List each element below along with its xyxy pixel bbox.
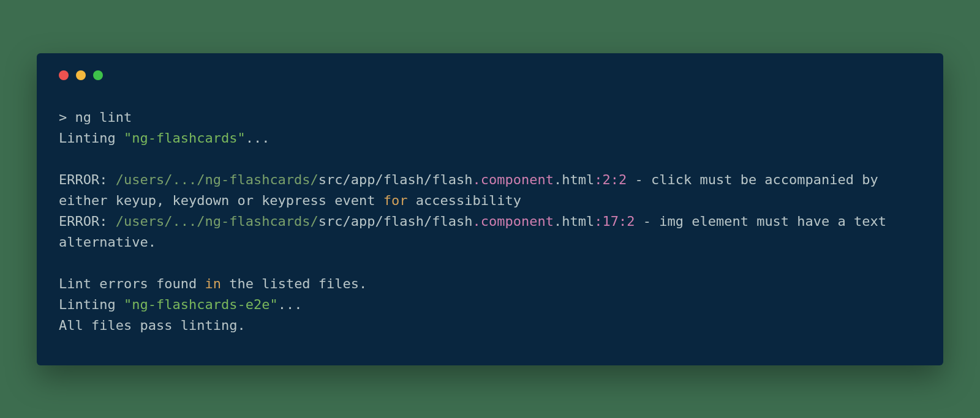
terminal-text: ERROR: <box>59 214 116 229</box>
terminal-text: src/app/flash/flash <box>318 214 473 229</box>
terminal-line: ERROR: /users/.../ng-flashcards/src/app/… <box>59 211 921 253</box>
terminal-line: Linting "ng-flashcards-e2e"... <box>59 294 921 315</box>
window-titlebar <box>59 70 921 80</box>
terminal-text: src/app/flash/flash <box>318 172 473 187</box>
terminal-text: :2:2 <box>594 172 627 187</box>
terminal-text: .component <box>473 214 554 229</box>
terminal-text: in <box>205 276 221 291</box>
terminal-text: Linting <box>59 130 124 146</box>
terminal-text: :17:2 <box>594 214 635 229</box>
terminal-text: /users/.../ng-flashcards/ <box>116 214 318 229</box>
minimize-icon[interactable] <box>76 70 86 80</box>
terminal-line: Linting "ng-flashcards"... <box>59 128 921 149</box>
terminal-text: > ng lint <box>59 110 132 125</box>
terminal-window: > ng lintLinting "ng-flashcards"... ERRO… <box>37 53 943 365</box>
terminal-text: ... <box>278 297 303 312</box>
terminal-text: accessibility <box>408 193 521 208</box>
terminal-line: ERROR: /users/.../ng-flashcards/src/app/… <box>59 170 921 211</box>
zoom-icon[interactable] <box>93 70 103 80</box>
terminal-text: ... <box>246 130 270 146</box>
terminal-text: "ng-flashcards" <box>124 130 246 146</box>
terminal-text: for <box>383 193 408 208</box>
terminal-line: All files pass linting. <box>59 315 921 336</box>
terminal-line: > ng lint <box>59 107 921 128</box>
terminal-line <box>59 253 921 274</box>
terminal-text: .component <box>473 172 554 187</box>
terminal-output: > ng lintLinting "ng-flashcards"... ERRO… <box>59 107 921 336</box>
terminal-text: Lint errors found <box>59 276 205 291</box>
terminal-line: Lint errors found in the listed files. <box>59 274 921 294</box>
terminal-text: .html <box>554 214 594 229</box>
close-icon[interactable] <box>59 70 69 80</box>
terminal-text: the listed files. <box>221 276 367 291</box>
terminal-text: All files pass linting. <box>59 318 246 333</box>
terminal-text: ERROR: <box>59 172 116 187</box>
terminal-line <box>59 149 921 170</box>
terminal-text: .html <box>554 172 594 187</box>
terminal-text: "ng-flashcards-e2e" <box>124 297 278 312</box>
terminal-text: Linting <box>59 297 124 312</box>
terminal-text: /users/.../ng-flashcards/ <box>116 172 318 187</box>
